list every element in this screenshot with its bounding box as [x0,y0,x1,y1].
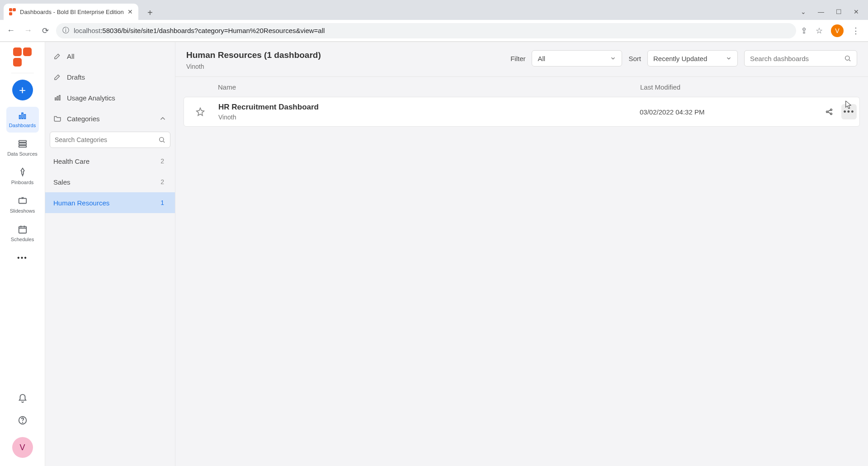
rail-bottom: V [12,394,33,458]
rail-label: Dashboards [9,123,36,128]
help-button[interactable] [18,415,28,427]
dashboard-search[interactable] [744,50,857,67]
folder-icon [53,114,61,123]
category-search-input[interactable] [55,136,158,143]
dashboard-row[interactable]: HR Recruitment Dashboard Vinoth 03/02/20… [184,97,860,127]
svg-rect-5 [19,146,26,147]
forward-button[interactable]: → [22,24,34,37]
rail-label: Pinboards [11,180,34,185]
sidebar-label: All [67,52,75,60]
more-actions-button[interactable]: ••• [841,104,857,119]
content-header: Human Resources (1 dashboard) Vinoth Fil… [175,42,868,77]
category-sidebar: All Drafts Usage Analytics Categories He… [45,42,175,466]
bookmark-icon[interactable]: ☆ [816,26,823,36]
window-controls: ⌄ — ☐ ✕ [801,4,868,20]
category-count: 2 [160,178,164,185]
svg-point-9 [22,422,23,423]
rail-label: Schedules [11,237,34,242]
category-name: Human Resources [53,199,109,207]
back-button[interactable]: ← [5,24,17,37]
address-bar-row: ← → ⟳ ⓘ localhost:58036/bi/site/site1/da… [0,20,868,42]
user-avatar[interactable]: V [12,437,33,458]
tab-strip: Dashboards - Bold BI Enterprise Edition … [0,0,868,20]
display-icon [18,196,28,206]
stack-icon [18,139,28,149]
minimize-button[interactable]: — [818,8,824,15]
rail-item-datasources[interactable]: Data Sources [6,135,39,161]
favicon-icon [9,8,16,15]
category-search[interactable] [50,132,170,148]
rail-label: Data Sources [7,151,38,157]
toolbar-right: ⇪ ☆ V ⋮ [801,24,863,37]
rail-item-dashboards[interactable]: Dashboards [6,107,39,133]
browser-chrome: Dashboards - Bold BI Enterprise Edition … [0,0,868,42]
dashboard-title[interactable]: HR Recruitment Dashboard [218,103,640,112]
sidebar-item-usage-analytics[interactable]: Usage Analytics [45,87,175,108]
rail-label: Slideshows [10,208,35,214]
reload-button[interactable]: ⟳ [39,24,52,37]
edit-icon [53,73,61,81]
column-last-modified[interactable]: Last Modified [640,83,803,91]
share-button[interactable] [821,104,837,119]
tab-dropdown-icon[interactable]: ⌄ [801,8,806,15]
search-icon [158,136,165,143]
category-row-sales[interactable]: Sales 2 [45,171,175,192]
help-icon [18,415,28,425]
category-name: Health Care [53,157,90,165]
favorite-toggle[interactable] [187,107,214,116]
svg-point-13 [160,138,164,142]
svg-rect-7 [19,227,26,233]
sidebar-item-categories[interactable]: Categories [45,108,175,129]
sidebar-label: Usage Analytics [67,94,115,102]
page-title: Human Resources (1 dashboard) [186,50,321,60]
new-tab-button[interactable]: + [143,5,157,20]
dashboard-search-input[interactable] [750,55,844,62]
profile-avatar[interactable]: V [831,24,844,37]
address-bar[interactable]: ⓘ localhost:58036/bi/site/site1/dashboar… [56,23,796,38]
header-left: Human Resources (1 dashboard) Vinoth [186,50,321,70]
close-window-button[interactable]: ✕ [854,8,859,15]
search-icon [844,55,851,62]
rail-more-button[interactable]: ••• [14,251,32,265]
column-name[interactable]: Name [213,83,640,91]
bar-chart-icon [18,110,28,120]
share-icon[interactable]: ⇪ [801,26,807,36]
svg-rect-12 [59,95,60,100]
sort-label: Sort [628,55,641,62]
bell-icon [18,394,28,404]
browser-tab[interactable]: Dashboards - Bold BI Enterprise Edition … [4,4,138,20]
close-tab-icon[interactable]: ✕ [127,8,133,15]
category-name: Sales [53,178,71,186]
header-controls: Filter All Sort Recently Updated [510,50,857,67]
category-search-wrap [45,129,175,151]
row-actions: ••• [802,104,857,119]
notifications-button[interactable] [18,394,28,405]
svg-rect-4 [19,143,26,145]
svg-rect-11 [57,96,58,100]
rail-item-slideshows[interactable]: Slideshows [6,192,39,218]
category-row-health-care[interactable]: Health Care 2 [45,151,175,171]
sort-select[interactable]: Recently Updated [647,50,738,67]
category-count: 1 [160,199,164,206]
table-header: Name Last Modified [175,77,868,97]
sidebar-item-all[interactable]: All [45,46,175,67]
rail-item-pinboards[interactable]: Pinboards [6,164,39,190]
category-row-human-resources[interactable]: Human Resources 1 [45,192,175,213]
tab-title: Dashboards - Bold BI Enterprise Edition [20,9,124,15]
rail-divider [11,73,34,73]
page-subtitle: Vinoth [186,63,321,70]
chevron-down-icon [610,55,616,62]
browser-menu-icon[interactable]: ⋮ [852,26,860,36]
maximize-button[interactable]: ☐ [836,8,842,15]
dashboard-author: Vinoth [218,114,640,121]
filter-select[interactable]: All [532,50,622,67]
sidebar-item-drafts[interactable]: Drafts [45,67,175,87]
svg-rect-1 [22,113,23,119]
app-logo-icon[interactable] [13,48,32,67]
dashboard-modified: 03/02/2022 04:32 PM [640,108,802,116]
add-button[interactable]: + [12,80,33,100]
svg-point-14 [845,56,849,60]
site-info-icon[interactable]: ⓘ [62,26,69,35]
rail-item-schedules[interactable]: Schedules [6,221,39,247]
chevron-down-icon [726,55,732,62]
